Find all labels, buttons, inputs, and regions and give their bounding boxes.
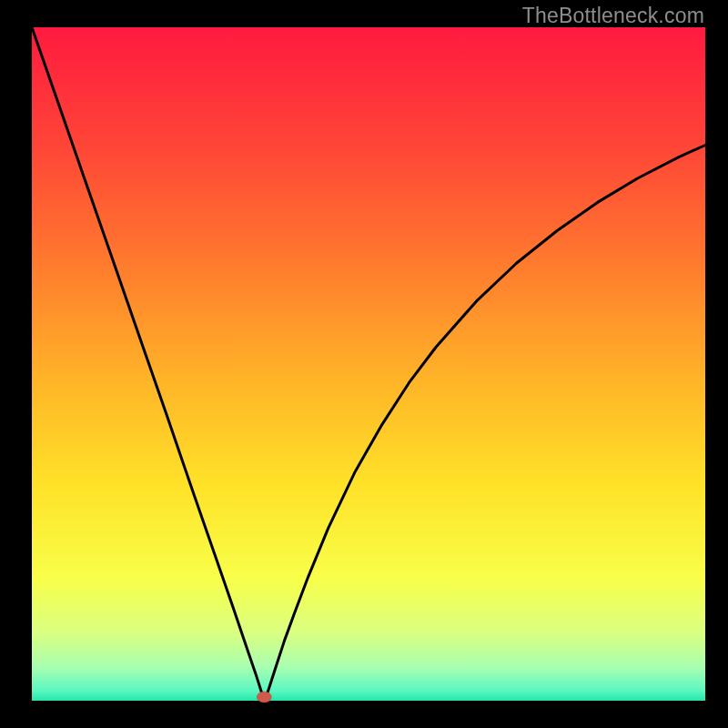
- chart-svg: [32, 27, 705, 701]
- chart-frame: TheBottleneck.com: [0, 0, 728, 728]
- curve-right-branch: [264, 146, 705, 702]
- watermark-label: TheBottleneck.com: [522, 4, 704, 28]
- minimum-marker: [257, 692, 271, 703]
- curve-left-branch: [32, 27, 264, 701]
